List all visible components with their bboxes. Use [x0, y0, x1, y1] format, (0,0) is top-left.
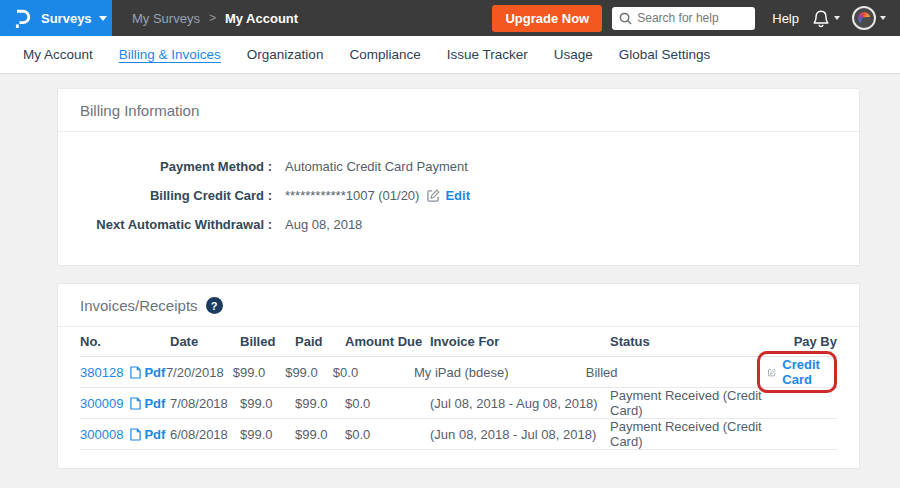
help-link[interactable]: Help: [772, 11, 799, 26]
col-header-status: Status: [610, 334, 790, 349]
next-withdrawal-row: Next Automatic Withdrawal : Aug 08, 2018: [58, 210, 859, 239]
tab-organization[interactable]: Organization: [234, 47, 337, 62]
col-header-paid: Paid: [295, 334, 345, 349]
invoices-receipts-card: Invoices/Receipts ? No. Date Billed Paid…: [57, 283, 860, 469]
col-header-invoice-for: Invoice For: [430, 334, 610, 349]
pay-by-credit-card-link[interactable]: Credit Card: [782, 357, 825, 387]
col-header-date: Date: [170, 334, 240, 349]
chevron-down-icon: [834, 16, 840, 20]
billing-information-card: Billing Information Payment Method : Aut…: [57, 88, 860, 266]
breadcrumb-current: My Account: [225, 11, 298, 26]
account-menu[interactable]: [852, 6, 886, 30]
invoice-amount-due: $0.0: [333, 365, 414, 380]
invoice-status: Payment Received (Credit Card): [610, 388, 790, 418]
invoice-no-cell: 300009 Pdf: [80, 396, 170, 411]
card-number-masked: ************1007 (01/20): [285, 188, 419, 203]
invoice-number-link[interactable]: 300009: [80, 396, 123, 411]
invoice-date: 6/08/2018: [170, 427, 240, 442]
invoice-row: 300009 Pdf 7/08/2018 $99.0 $99.0 $0.0 (J…: [80, 388, 837, 419]
tab-compliance[interactable]: Compliance: [336, 47, 433, 62]
billing-credit-card-value: ************1007 (01/20) Edit: [285, 188, 470, 203]
invoice-for: My iPad (bdese): [414, 365, 586, 380]
col-header-amount-due: Amount Due: [345, 334, 430, 349]
invoice-pdf-link[interactable]: Pdf: [130, 427, 165, 442]
main-content: Billing Information Payment Method : Aut…: [0, 74, 900, 469]
app-switcher-label: Surveys: [41, 11, 92, 26]
invoice-date: 7/20/2018: [166, 365, 233, 380]
next-withdrawal-label: Next Automatic Withdrawal :: [58, 217, 272, 232]
tab-issue-tracker[interactable]: Issue Tracker: [434, 47, 541, 62]
invoice-billed: $99.0: [233, 365, 285, 380]
chevron-down-icon: [99, 16, 107, 21]
pdf-file-icon: [130, 397, 141, 410]
notifications-menu[interactable]: [812, 9, 840, 28]
billing-information-title: Billing Information: [80, 102, 199, 119]
next-withdrawal-value: Aug 08, 2018: [285, 217, 362, 232]
invoice-pdf-link[interactable]: Pdf: [130, 396, 165, 411]
invoice-paid: $99.0: [295, 396, 345, 411]
top-bar: Surveys My Surveys > My Account Upgrade …: [0, 0, 900, 36]
pdf-file-icon: [130, 366, 141, 379]
invoice-for: (Jul 08, 2018 - Aug 08, 2018): [430, 396, 610, 411]
search-input[interactable]: [637, 11, 748, 25]
col-header-billed: Billed: [240, 334, 295, 349]
invoice-pdf-link[interactable]: Pdf: [130, 365, 165, 380]
payment-method-value: Automatic Credit Card Payment: [285, 159, 468, 174]
tab-usage[interactable]: Usage: [541, 47, 606, 62]
invoice-no-cell: 380128 Pdf: [80, 365, 166, 380]
invoice-paid: $99.0: [295, 427, 345, 442]
invoice-status: Payment Received (Credit Card): [610, 419, 790, 449]
pdf-file-icon: [130, 428, 141, 441]
help-question-icon[interactable]: ?: [206, 297, 223, 314]
bell-icon: [812, 9, 830, 28]
search-icon: [619, 12, 632, 25]
invoice-row: 300008 Pdf 6/08/2018 $99.0 $99.0 $0.0 (J…: [80, 419, 837, 450]
edit-pencil-icon: [768, 366, 776, 379]
tab-global-settings[interactable]: Global Settings: [606, 47, 724, 62]
invoice-no-cell: 300008 Pdf: [80, 427, 170, 442]
billing-information-body: Payment Method : Automatic Credit Card P…: [58, 132, 859, 265]
invoice-amount-due: $0.0: [345, 396, 430, 411]
invoice-number-link[interactable]: 300008: [80, 427, 123, 442]
invoice-number-link[interactable]: 380128: [80, 365, 123, 380]
invoices-receipts-header: Invoices/Receipts ?: [58, 284, 859, 327]
help-search-box[interactable]: [612, 7, 755, 30]
invoice-status: Billed: [586, 365, 758, 380]
edit-pencil-icon[interactable]: [427, 189, 440, 202]
payment-method-row: Payment Method : Automatic Credit Card P…: [58, 152, 859, 181]
invoice-billed: $99.0: [240, 396, 295, 411]
invoices-table-header: No. Date Billed Paid Amount Due Invoice …: [80, 327, 837, 357]
payment-method-label: Payment Method :: [58, 159, 272, 174]
col-header-no: No.: [80, 334, 170, 349]
invoices-table: No. Date Billed Paid Amount Due Invoice …: [80, 327, 837, 468]
billing-information-header: Billing Information: [58, 89, 859, 132]
questionpro-logo-icon: [12, 7, 32, 29]
breadcrumb-separator: >: [209, 11, 216, 25]
edit-card-link[interactable]: Edit: [445, 188, 470, 203]
avatar: [852, 6, 876, 30]
breadcrumb-my-surveys[interactable]: My Surveys: [132, 11, 200, 26]
account-nav-tabs: My Account Billing & Invoices Organizati…: [0, 36, 900, 74]
annotation-red-circle: Credit Card: [757, 351, 837, 393]
invoice-pay-by-cell: Credit Card: [757, 351, 837, 393]
invoices-receipts-title: Invoices/Receipts: [80, 297, 198, 314]
tab-my-account[interactable]: My Account: [10, 47, 106, 62]
invoice-paid: $99.0: [285, 365, 333, 380]
tab-billing-invoices[interactable]: Billing & Invoices: [106, 47, 234, 62]
billing-credit-card-label: Billing Credit Card :: [58, 188, 272, 203]
billing-credit-card-row: Billing Credit Card : ************1007 (…: [58, 181, 859, 210]
invoice-for: (Jun 08, 2018 - Jul 08, 2018): [430, 427, 610, 442]
upgrade-now-button[interactable]: Upgrade Now: [492, 5, 602, 32]
invoice-date: 7/08/2018: [170, 396, 240, 411]
invoice-amount-due: $0.0: [345, 427, 430, 442]
breadcrumb: My Surveys > My Account: [132, 11, 298, 26]
col-header-pay-by: Pay By: [790, 334, 837, 349]
app-switcher-surveys[interactable]: Surveys: [0, 0, 112, 36]
chevron-down-icon: [880, 16, 886, 20]
invoice-billed: $99.0: [240, 427, 295, 442]
invoice-row: 380128 Pdf 7/20/2018 $99.0 $99.0 $0.0 My…: [80, 357, 837, 388]
